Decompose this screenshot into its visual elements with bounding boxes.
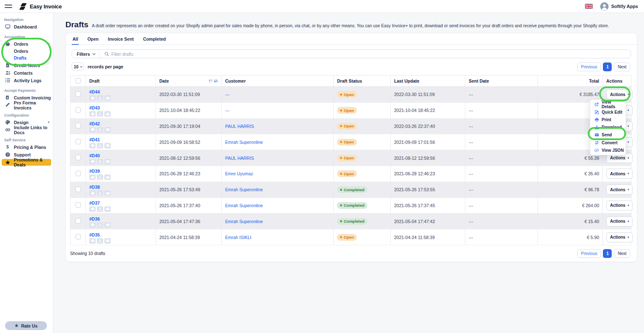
download-icon[interactable]	[97, 190, 103, 196]
customer-link[interactable]: Emrah Superonline	[225, 219, 263, 224]
actions-button[interactable]: Actions▾	[606, 89, 633, 99]
sidebar-item-credit-notes[interactable]: Credit Notes	[0, 62, 53, 69]
menu-item-print[interactable]: Print	[590, 116, 626, 123]
sidebar-item-contacts[interactable]: Contacts	[0, 69, 53, 76]
download-icon[interactable]	[97, 174, 103, 180]
sidebar-subitem-drafts[interactable]: Drafts	[0, 55, 53, 61]
draft-link[interactable]: #D44	[89, 89, 152, 94]
print-icon[interactable]	[89, 111, 96, 117]
column-customer[interactable]: Customer	[222, 75, 334, 87]
select-all-checkbox[interactable]	[75, 78, 81, 83]
user-avatar[interactable]	[600, 2, 609, 11]
draft-link[interactable]: #D37	[89, 200, 152, 206]
download-icon[interactable]	[97, 95, 103, 101]
row-checkbox[interactable]	[75, 171, 81, 176]
sidebar-item-dashboard[interactable]: Dashboard	[0, 23, 53, 30]
sidebar-item-activity-logs[interactable]: Activity Logs	[0, 77, 53, 84]
tab-open[interactable]: Open	[87, 33, 99, 45]
row-checkbox[interactable]	[75, 218, 81, 224]
send-icon[interactable]	[104, 143, 111, 148]
send-icon[interactable]	[104, 111, 111, 117]
draft-link[interactable]: #D36	[89, 216, 152, 221]
column-date[interactable]: Date	[156, 75, 222, 87]
download-icon[interactable]	[97, 206, 103, 212]
draft-link[interactable]: #D40	[89, 153, 152, 158]
print-icon[interactable]	[89, 127, 96, 133]
print-icon[interactable]	[89, 159, 96, 164]
send-icon[interactable]	[104, 174, 111, 180]
download-icon[interactable]	[97, 238, 103, 244]
print-icon[interactable]	[89, 95, 96, 101]
send-icon[interactable]	[104, 190, 111, 196]
next-page-button[interactable]: Next	[614, 62, 630, 71]
column-total[interactable]: Total	[538, 75, 603, 87]
sidebar-item-promotions-deals[interactable]: Promotions & Deals	[2, 159, 51, 166]
print-icon[interactable]	[89, 190, 96, 196]
previous-page-button[interactable]: Previous	[577, 62, 601, 71]
tab-all[interactable]: All	[73, 33, 78, 45]
sidebar-item-pricing-plans[interactable]: $Pricing & Plans	[0, 143, 53, 151]
customer-link[interactable]: Emre Uyumaz	[225, 171, 253, 176]
customer-link[interactable]: PAUL HARRIS	[225, 156, 254, 161]
menu-item-view-details[interactable]: View Details	[590, 101, 626, 108]
send-icon[interactable]	[104, 222, 111, 228]
print-icon[interactable]	[89, 222, 96, 228]
tab-completed[interactable]: Completed	[143, 33, 166, 45]
page-number-button[interactable]: 1	[603, 249, 612, 258]
print-icon[interactable]	[89, 174, 96, 180]
actions-button[interactable]: Actions▾	[606, 232, 633, 242]
row-checkbox[interactable]	[75, 139, 81, 144]
column-last-update[interactable]: Last Update	[391, 75, 465, 87]
download-icon[interactable]	[97, 222, 103, 228]
actions-button[interactable]: Actions▾	[606, 216, 633, 226]
tab-invoice-sent[interactable]: Invoice Sent	[108, 33, 134, 45]
download-icon[interactable]	[97, 159, 103, 164]
row-checkbox[interactable]	[75, 91, 81, 97]
customer-link[interactable]: ---	[225, 108, 230, 113]
customer-link[interactable]: Emrah Superonline	[225, 140, 263, 145]
sidebar-item-include-links-to-docs[interactable]: Include Links to Docs	[0, 126, 53, 133]
row-checkbox[interactable]	[75, 107, 81, 113]
print-icon[interactable]	[89, 238, 96, 244]
account-name[interactable]: Softify Apps	[611, 4, 638, 9]
row-checkbox[interactable]	[75, 234, 81, 239]
menu-item-download[interactable]: Download	[590, 124, 626, 131]
draft-link[interactable]: #D39	[89, 169, 152, 174]
filters-button[interactable]: Filters	[72, 50, 99, 58]
sort-desc-icon[interactable]	[214, 79, 218, 83]
customer-link[interactable]: Emrah Superonline	[225, 187, 263, 192]
menu-item-send[interactable]: Send	[590, 131, 626, 139]
draft-link[interactable]: #D41	[89, 137, 152, 142]
menu-item-quick-edit[interactable]: Quick Edit	[590, 108, 626, 116]
row-checkbox[interactable]	[75, 202, 81, 208]
sidebar-subitem-orders[interactable]: Orders	[0, 48, 53, 55]
customer-link[interactable]: Emrah ISIKLI	[225, 235, 251, 240]
filter-drafts-input[interactable]	[112, 52, 631, 57]
column-draft-status[interactable]: Draft Status	[334, 75, 391, 87]
language-flag-icon[interactable]	[584, 3, 594, 10]
customer-link[interactable]: PAUL HARRIS	[225, 124, 254, 129]
actions-button[interactable]: Actions▾	[606, 169, 633, 179]
actions-button[interactable]: Actions▾	[606, 200, 633, 211]
column-draft[interactable]: Draft	[86, 75, 156, 87]
send-icon[interactable]	[104, 95, 111, 101]
row-checkbox[interactable]	[75, 187, 81, 192]
send-icon[interactable]	[104, 206, 111, 212]
sidebar-item-pro-forma-invoices[interactable]: Pro Forma Invoices	[0, 101, 53, 109]
download-icon[interactable]	[97, 127, 103, 133]
download-icon[interactable]	[97, 143, 103, 148]
draft-link[interactable]: #D43	[89, 105, 152, 110]
menu-item-convert[interactable]: Convert	[590, 139, 626, 146]
print-icon[interactable]	[89, 143, 96, 148]
sort-asc-icon[interactable]	[208, 79, 213, 83]
menu-icon[interactable]	[5, 3, 12, 10]
send-icon[interactable]	[104, 159, 111, 164]
actions-button[interactable]: Actions▾	[606, 185, 633, 195]
row-checkbox[interactable]	[75, 155, 81, 160]
rate-us-button[interactable]: Rate Us	[5, 321, 47, 330]
send-icon[interactable]	[104, 238, 111, 244]
customer-link[interactable]: ---	[225, 92, 230, 97]
row-checkbox[interactable]	[75, 123, 81, 128]
menu-item-view-json[interactable]: View JSON	[590, 146, 626, 154]
records-per-page-select[interactable]: 10	[72, 62, 84, 71]
